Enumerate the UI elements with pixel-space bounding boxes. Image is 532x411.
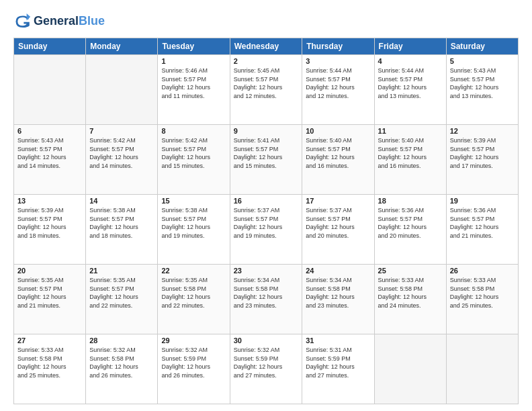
calendar-cell: 11Sunrise: 5:40 AMSunset: 5:57 PMDayligh… [374,125,446,195]
day-detail: Sunrise: 5:32 AMSunset: 5:59 PMDaylight:… [161,346,226,379]
day-detail: Sunrise: 5:40 AMSunset: 5:57 PMDaylight:… [378,136,443,170]
day-detail: Sunrise: 5:43 AMSunset: 5:57 PMDaylight:… [450,66,515,100]
calendar-cell: 26Sunrise: 5:33 AMSunset: 5:58 PMDayligh… [446,265,518,334]
day-number: 28 [89,336,154,345]
day-number: 12 [450,127,515,135]
day-number: 16 [234,197,299,205]
col-sunday: Sunday [14,38,86,55]
day-detail: Sunrise: 5:46 AMSunset: 5:57 PMDaylight:… [161,66,226,100]
calendar-cell: 18Sunrise: 5:36 AMSunset: 5:57 PMDayligh… [374,195,446,265]
calendar-week-row: 13Sunrise: 5:39 AMSunset: 5:57 PMDayligh… [14,195,519,265]
calendar-cell: 17Sunrise: 5:37 AMSunset: 5:57 PMDayligh… [302,195,374,265]
day-number: 30 [234,336,299,345]
col-thursday: Thursday [302,38,374,55]
day-number: 19 [450,197,515,205]
calendar-cell: 22Sunrise: 5:35 AMSunset: 5:58 PMDayligh… [158,265,230,334]
calendar-cell [446,334,518,404]
day-detail: Sunrise: 5:39 AMSunset: 5:57 PMDaylight:… [17,206,82,240]
day-number: 10 [306,127,370,135]
col-tuesday: Tuesday [158,38,230,55]
day-detail: Sunrise: 5:31 AMSunset: 5:59 PMDaylight:… [306,346,370,379]
day-detail: Sunrise: 5:36 AMSunset: 5:57 PMDaylight:… [450,206,515,240]
day-number: 22 [161,267,226,275]
col-wednesday: Wednesday [230,38,302,55]
calendar-cell: 19Sunrise: 5:36 AMSunset: 5:57 PMDayligh… [446,195,518,265]
calendar-week-row: 20Sunrise: 5:35 AMSunset: 5:57 PMDayligh… [14,265,519,334]
day-number: 8 [161,127,226,135]
day-number: 5 [450,57,515,65]
day-number: 27 [17,336,82,345]
calendar-cell: 13Sunrise: 5:39 AMSunset: 5:57 PMDayligh… [14,195,86,265]
day-number: 7 [89,127,154,135]
day-detail: Sunrise: 5:34 AMSunset: 5:58 PMDaylight:… [306,276,370,310]
day-detail: Sunrise: 5:32 AMSunset: 5:58 PMDaylight:… [89,346,154,379]
day-number: 20 [17,267,82,275]
day-number: 6 [17,127,82,135]
calendar-cell: 25Sunrise: 5:33 AMSunset: 5:58 PMDayligh… [374,265,446,334]
day-detail: Sunrise: 5:35 AMSunset: 5:57 PMDaylight:… [89,276,154,310]
day-detail: Sunrise: 5:41 AMSunset: 5:57 PMDaylight:… [234,136,299,170]
day-detail: Sunrise: 5:33 AMSunset: 5:58 PMDaylight:… [378,276,443,310]
col-friday: Friday [374,38,446,55]
col-monday: Monday [86,38,158,55]
day-number: 18 [378,197,443,205]
calendar-cell: 21Sunrise: 5:35 AMSunset: 5:57 PMDayligh… [86,265,158,334]
calendar-cell: 20Sunrise: 5:35 AMSunset: 5:57 PMDayligh… [14,265,86,334]
day-detail: Sunrise: 5:37 AMSunset: 5:57 PMDaylight:… [306,206,370,240]
day-detail: Sunrise: 5:43 AMSunset: 5:57 PMDaylight:… [17,136,82,170]
logo: GeneralBlue [13,12,105,31]
calendar-week-row: 1Sunrise: 5:46 AMSunset: 5:57 PMDaylight… [14,55,519,125]
day-detail: Sunrise: 5:42 AMSunset: 5:57 PMDaylight:… [161,136,226,170]
day-number: 14 [89,197,154,205]
day-detail: Sunrise: 5:33 AMSunset: 5:58 PMDaylight:… [17,346,82,379]
day-number: 24 [306,267,370,275]
calendar-cell: 24Sunrise: 5:34 AMSunset: 5:58 PMDayligh… [302,265,374,334]
day-detail: Sunrise: 5:36 AMSunset: 5:57 PMDaylight:… [378,206,443,240]
day-number: 29 [161,336,226,345]
day-number: 9 [234,127,299,135]
calendar-cell: 14Sunrise: 5:38 AMSunset: 5:57 PMDayligh… [86,195,158,265]
calendar-cell: 8Sunrise: 5:42 AMSunset: 5:57 PMDaylight… [158,125,230,195]
logo-icon [13,12,32,31]
calendar-table: Sunday Monday Tuesday Wednesday Thursday… [13,38,519,404]
calendar-header-row: Sunday Monday Tuesday Wednesday Thursday… [14,38,519,55]
calendar-cell: 15Sunrise: 5:38 AMSunset: 5:57 PMDayligh… [158,195,230,265]
day-number: 1 [161,57,226,65]
calendar-cell: 16Sunrise: 5:37 AMSunset: 5:57 PMDayligh… [230,195,302,265]
day-detail: Sunrise: 5:42 AMSunset: 5:57 PMDaylight:… [89,136,154,170]
day-detail: Sunrise: 5:32 AMSunset: 5:59 PMDaylight:… [234,346,299,379]
day-detail: Sunrise: 5:40 AMSunset: 5:57 PMDaylight:… [306,136,370,170]
logo-text: GeneralBlue [34,14,105,29]
calendar-week-row: 27Sunrise: 5:33 AMSunset: 5:58 PMDayligh… [14,334,519,404]
calendar-cell: 1Sunrise: 5:46 AMSunset: 5:57 PMDaylight… [158,55,230,125]
calendar-cell: 31Sunrise: 5:31 AMSunset: 5:59 PMDayligh… [302,334,374,404]
calendar-cell: 23Sunrise: 5:34 AMSunset: 5:58 PMDayligh… [230,265,302,334]
day-number: 17 [306,197,370,205]
calendar-cell: 30Sunrise: 5:32 AMSunset: 5:59 PMDayligh… [230,334,302,404]
day-number: 15 [161,197,226,205]
day-detail: Sunrise: 5:38 AMSunset: 5:57 PMDaylight:… [161,206,226,240]
page: GeneralBlue Sunday Monday Tuesday Wednes… [0,0,532,411]
day-detail: Sunrise: 5:39 AMSunset: 5:57 PMDaylight:… [450,136,515,170]
calendar-cell: 28Sunrise: 5:32 AMSunset: 5:58 PMDayligh… [86,334,158,404]
calendar-cell: 4Sunrise: 5:44 AMSunset: 5:57 PMDaylight… [374,55,446,125]
calendar-cell: 27Sunrise: 5:33 AMSunset: 5:58 PMDayligh… [14,334,86,404]
calendar-cell [86,55,158,125]
calendar-cell: 9Sunrise: 5:41 AMSunset: 5:57 PMDaylight… [230,125,302,195]
day-number: 11 [378,127,443,135]
day-detail: Sunrise: 5:34 AMSunset: 5:58 PMDaylight:… [234,276,299,310]
calendar-cell: 7Sunrise: 5:42 AMSunset: 5:57 PMDaylight… [86,125,158,195]
calendar-cell: 6Sunrise: 5:43 AMSunset: 5:57 PMDaylight… [14,125,86,195]
calendar-week-row: 6Sunrise: 5:43 AMSunset: 5:57 PMDaylight… [14,125,519,195]
day-number: 31 [306,336,370,345]
calendar-cell: 10Sunrise: 5:40 AMSunset: 5:57 PMDayligh… [302,125,374,195]
day-number: 4 [378,57,443,65]
calendar-cell: 3Sunrise: 5:44 AMSunset: 5:57 PMDaylight… [302,55,374,125]
day-number: 3 [306,57,370,65]
day-number: 21 [89,267,154,275]
day-detail: Sunrise: 5:33 AMSunset: 5:58 PMDaylight:… [450,276,515,310]
calendar-cell [374,334,446,404]
calendar-cell: 29Sunrise: 5:32 AMSunset: 5:59 PMDayligh… [158,334,230,404]
calendar-cell [14,55,86,125]
day-detail: Sunrise: 5:35 AMSunset: 5:58 PMDaylight:… [161,276,226,310]
